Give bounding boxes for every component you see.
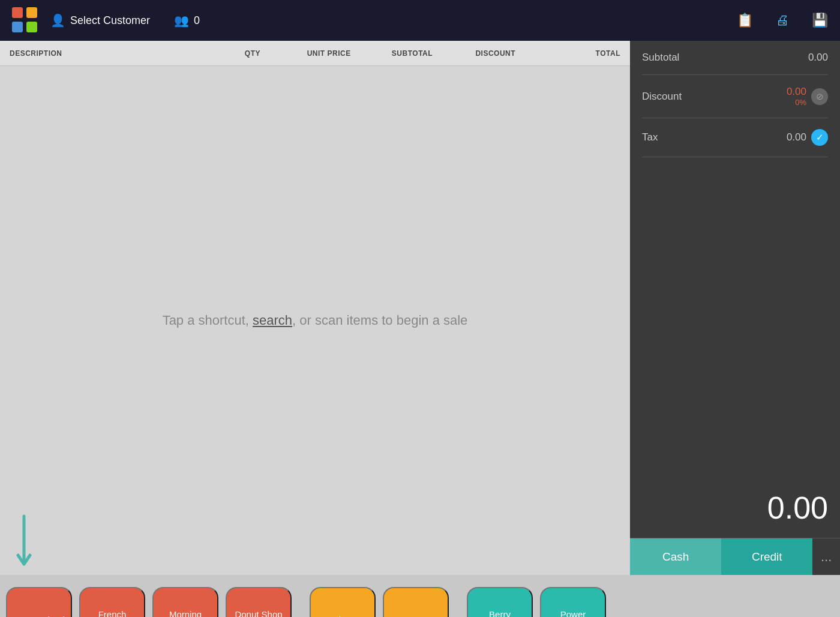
subtotal-value: 0.00 [808, 52, 828, 64]
shortcut-donut-shop-blend[interactable]: Donut Shop Blend [226, 587, 292, 617]
tax-value: 0.00 ✓ [787, 129, 828, 146]
subtotal-row: Subtotal 0.00 [642, 41, 828, 75]
shortcut-lemon-tea[interactable]: Lemon Tea [383, 587, 449, 617]
discount-label: Discount [642, 91, 682, 103]
group-count: 0 [194, 14, 200, 27]
group-icon: 👥 [174, 13, 189, 28]
col-subtotal: SUBTOTAL [371, 49, 454, 58]
payment-row: Cash Credit ... [630, 538, 840, 575]
shortcut-jasmine-tea[interactable]: Jasmine Tea [310, 587, 376, 617]
totals-rows: Subtotal 0.00 Discount 0.00 0% ⊘ Tax 0.0… [630, 41, 840, 478]
main-layout: DESCRIPTION QTY UNIT PRICE SUBTOTAL DISC… [0, 41, 840, 575]
shortcut-morning-roast[interactable]: Morning Roast [152, 587, 218, 617]
tax-check-icon[interactable]: ✓ [811, 129, 828, 146]
shortcut-french-roast[interactable]: French Roast [79, 587, 145, 617]
logo [12, 7, 38, 34]
more-payment-button[interactable]: ... [812, 538, 840, 575]
print-icon[interactable]: 🖨 [776, 13, 789, 28]
grand-total-section: 0.00 [630, 478, 840, 538]
tax-label: Tax [642, 131, 658, 143]
subtotal-label: Subtotal [642, 52, 679, 64]
grand-total-value: 0.00 [767, 490, 828, 526]
sale-empty-text: Tap a shortcut, search, or scan items to… [163, 313, 468, 328]
sale-message-suffix: , or scan items to begin a sale [292, 313, 467, 328]
sale-empty-area: Tap a shortcut, search, or scan items to… [0, 66, 630, 575]
sale-message-prefix: Tap a shortcut, [163, 313, 253, 328]
discount-value: 0.00 0% ⊘ [787, 86, 828, 107]
shortcuts-area: House Blend French Roast Morning Roast D… [0, 575, 840, 617]
header: 👤 Select Customer 👥 0 📋 🖨 💾 [0, 0, 840, 41]
totals-panel: Subtotal 0.00 Discount 0.00 0% ⊘ Tax 0.0… [630, 41, 840, 575]
tea-row-1: Jasmine Tea Lemon Tea [310, 587, 449, 617]
save-icon[interactable]: 💾 [812, 13, 828, 28]
select-customer[interactable]: 👤 Select Customer [50, 13, 150, 28]
tablet-icon[interactable]: 📋 [737, 13, 753, 28]
discount-row: Discount 0.00 0% ⊘ [642, 75, 828, 118]
coffee-row-1: House Blend French Roast Morning Roast D… [6, 587, 292, 617]
group-section: 👥 0 [174, 13, 200, 28]
sale-search-link[interactable]: search [253, 313, 292, 328]
shortcut-power-smoothie[interactable]: Power Smoothie [540, 587, 606, 617]
col-description: DESCRIPTION [10, 49, 218, 58]
coffee-group: House Blend French Roast Morning Roast D… [6, 587, 292, 617]
smoothie-group: Berry Smoothie Power Smoothie Veg Juice … [467, 587, 606, 617]
table-header: DESCRIPTION QTY UNIT PRICE SUBTOTAL DISC… [0, 41, 630, 66]
tea-group: Jasmine Tea Lemon Tea Ginger Herbal Gree… [310, 587, 449, 617]
discount-amount: 0.00 0% [787, 86, 806, 107]
shortcut-house-blend[interactable]: House Blend [6, 587, 72, 617]
smoothie-row-1: Berry Smoothie Power Smoothie [467, 587, 606, 617]
credit-button[interactable]: Credit [721, 538, 812, 575]
customer-label[interactable]: Select Customer [70, 14, 150, 27]
pos-area: DESCRIPTION QTY UNIT PRICE SUBTOTAL DISC… [0, 41, 630, 575]
shortcut-berry-smoothie[interactable]: Berry Smoothie [467, 587, 533, 617]
col-qty: QTY [218, 49, 287, 58]
col-unit-price: UNIT PRICE [287, 49, 371, 58]
cash-button[interactable]: Cash [630, 538, 721, 575]
customer-icon: 👤 [50, 13, 65, 28]
tax-row: Tax 0.00 ✓ [642, 118, 828, 157]
discount-pct: 0% [787, 98, 806, 107]
discount-edit-icon[interactable]: ⊘ [811, 88, 828, 105]
col-total: TOTAL [537, 49, 620, 58]
col-discount: DISCOUNT [454, 49, 537, 58]
